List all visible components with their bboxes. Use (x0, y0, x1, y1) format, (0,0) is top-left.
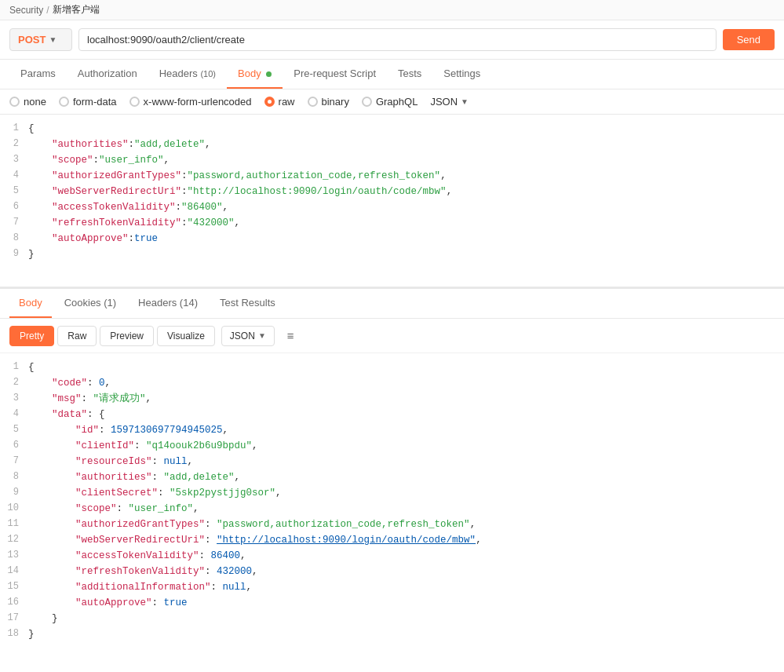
json-format-dropdown[interactable]: JSON ▼ (430, 96, 469, 108)
radio-urlencoded[interactable]: x-www-form-urlencoded (129, 96, 252, 108)
resp-line-2: 2 "code": 0, (0, 375, 784, 391)
method-label: POST (18, 34, 46, 46)
resp-line-13: 13 "accessTokenValidity": 86400, (0, 548, 784, 564)
breadcrumb-separator: / (46, 5, 49, 16)
radio-binary-label: binary (322, 96, 349, 108)
radio-form-data-label: form-data (73, 96, 117, 108)
resp-line-14: 14 "refreshTokenValidity": 432000, (0, 564, 784, 579)
req-line-9: 9 } (0, 247, 784, 262)
radio-form-data[interactable]: form-data (59, 96, 117, 108)
radio-binary-dot (308, 97, 318, 107)
breadcrumb-current: 新增客户端 (53, 3, 100, 16)
radio-none-dot (9, 97, 20, 107)
method-select[interactable]: POST ▼ (9, 28, 72, 51)
json-dropdown-chevron-icon: ▼ (461, 97, 469, 106)
resp-line-17: 17 } (0, 611, 784, 626)
req-line-2: 2 "authorities":"add,delete", (0, 137, 784, 152)
resp-line-16: 16 "autoApprove": true (0, 595, 784, 611)
req-line-6: 6 "accessTokenValidity":"86400", (0, 199, 784, 215)
filter-icon: ≡ (287, 329, 294, 342)
resp-format-dropdown[interactable]: JSON ▼ (221, 326, 275, 346)
resp-visualize-button[interactable]: Visualize (157, 326, 215, 346)
resp-line-7: 7 "resourceIds": null, (0, 454, 784, 469)
resp-line-4: 4 "data": { (0, 407, 784, 422)
radio-binary[interactable]: binary (308, 96, 349, 108)
radio-urlencoded-label: x-www-form-urlencoded (144, 96, 252, 108)
resp-line-15: 15 "additionalInformation": null, (0, 579, 784, 595)
url-input[interactable] (78, 28, 717, 51)
resp-tab-test-results[interactable]: Test Results (210, 289, 285, 318)
radio-raw-label: raw (279, 96, 295, 108)
url-bar: POST ▼ Send (0, 20, 784, 60)
resp-line-1: 1 { (0, 360, 784, 375)
resp-format-chevron-icon: ▼ (258, 331, 266, 340)
radio-form-data-dot (59, 97, 69, 107)
resp-line-6: 6 "clientId": "q14oouk2b6u9bpdu", (0, 438, 784, 454)
request-tabs-bar: Params Authorization Headers (10) Body P… (0, 60, 784, 89)
tab-settings[interactable]: Settings (432, 60, 491, 89)
request-body-editor[interactable]: 1 { 2 "authorities":"add,delete", 3 "sco… (0, 115, 784, 287)
resp-tab-cookies[interactable]: Cookies (1) (55, 289, 126, 318)
resp-line-9: 9 "clientSecret": "5skp2pystjjg0sor", (0, 485, 784, 501)
tab-tests[interactable]: Tests (387, 60, 432, 89)
resp-pretty-button[interactable]: Pretty (9, 326, 54, 346)
breadcrumb-root[interactable]: Security (9, 5, 43, 16)
resp-line-5: 5 "id": 1597130697794945025, (0, 422, 784, 438)
resp-raw-button[interactable]: Raw (57, 326, 97, 346)
response-tabs-bar: Body Cookies (1) Headers (14) Test Resul… (0, 287, 784, 319)
breadcrumb: Security / 新增客户端 (0, 0, 784, 20)
resp-line-10: 10 "scope": "user_info", (0, 501, 784, 517)
radio-graphql-dot (362, 97, 372, 107)
req-line-8: 8 "autoApprove":true (0, 231, 784, 247)
req-line-4: 4 "authorizedGrantTypes":"password,autho… (0, 168, 784, 184)
resp-line-12: 12 "webServerRedirectUri": "http://local… (0, 532, 784, 548)
resp-line-18: 18 } (0, 626, 784, 642)
radio-raw[interactable]: raw (264, 96, 295, 108)
send-button[interactable]: Send (723, 29, 775, 50)
req-line-1: 1 { (0, 121, 784, 137)
radio-urlencoded-dot (129, 97, 140, 107)
resp-tab-headers[interactable]: Headers (14) (129, 289, 207, 318)
resp-filter-button[interactable]: ≡ (281, 325, 301, 346)
req-line-3: 3 "scope":"user_info", (0, 152, 784, 168)
resp-format-label: JSON (230, 331, 255, 341)
resp-preview-button[interactable]: Preview (100, 326, 154, 346)
radio-graphql-label: GraphQL (376, 96, 418, 108)
response-body-editor: 1 { 2 "code": 0, 3 "msg": "请求成功", 4 "dat… (0, 353, 784, 648)
radio-none-label: none (24, 96, 46, 108)
tab-authorization[interactable]: Authorization (67, 60, 148, 89)
response-section: Body Cookies (1) Headers (14) Test Resul… (0, 287, 784, 648)
tab-pre-request-script[interactable]: Pre-request Script (283, 60, 387, 89)
resp-tab-body[interactable]: Body (9, 289, 52, 318)
resp-line-8: 8 "authorities": "add,delete", (0, 469, 784, 485)
tab-headers[interactable]: Headers (10) (148, 60, 227, 89)
req-line-5: 5 "webServerRedirectUri":"http://localho… (0, 184, 784, 199)
radio-none[interactable]: none (9, 96, 46, 108)
resp-line-3: 3 "msg": "请求成功", (0, 391, 784, 407)
req-line-7: 7 "refreshTokenValidity":"432000", (0, 215, 784, 231)
redirect-uri-link[interactable]: "http://localhost:9090/login/oauth/code/… (217, 535, 476, 546)
body-type-bar: none form-data x-www-form-urlencoded raw… (0, 89, 784, 115)
tab-params[interactable]: Params (9, 60, 67, 89)
radio-raw-dot (264, 97, 275, 107)
tab-body[interactable]: Body (227, 60, 283, 89)
method-chevron-icon: ▼ (49, 35, 57, 44)
resp-line-11: 11 "authorizedGrantTypes": "password,aut… (0, 517, 784, 532)
response-body-toolbar: Pretty Raw Preview Visualize JSON ▼ ≡ (0, 319, 784, 353)
json-format-label: JSON (430, 96, 458, 108)
radio-graphql[interactable]: GraphQL (362, 96, 418, 108)
